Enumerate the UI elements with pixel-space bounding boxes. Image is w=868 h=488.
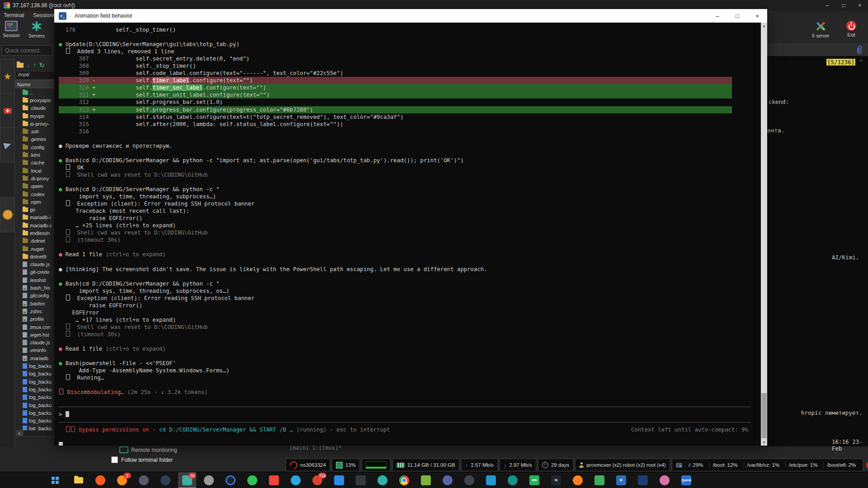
- rstudio-taskbar-button[interactable]: R: [612, 472, 630, 488]
- horizontal-scrollbar[interactable]: [23, 430, 54, 436]
- start-taskbar-button[interactable]: [48, 472, 66, 488]
- powershell-taskbar-button[interactable]: [634, 472, 652, 488]
- file-row[interactable]: .mariadb: [15, 354, 55, 362]
- notepadpp-taskbar-button[interactable]: [417, 472, 435, 488]
- menu-terminal[interactable]: Terminal: [4, 12, 24, 19]
- file-row[interactable]: .lesshst: [15, 276, 55, 284]
- scroll-left-button[interactable]: <: [16, 430, 23, 436]
- file-row[interactable]: .local: [15, 167, 55, 174]
- tab-sftp[interactable]: [0, 127, 15, 163]
- file-row[interactable]: myvpn: [15, 112, 55, 120]
- docker-taskbar-button[interactable]: [482, 472, 500, 488]
- edge-taskbar-button[interactable]: [373, 472, 392, 488]
- x-server-button[interactable]: X server: [810, 21, 831, 38]
- notion-taskbar-button[interactable]: N: [547, 472, 565, 488]
- file-row[interactable]: .git-crede: [15, 268, 55, 276]
- path-field[interactable]: /root/: [16, 71, 57, 80]
- scroll-up-icon[interactable]: ▲: [761, 23, 767, 29]
- file-row[interactable]: .tmux.con: [15, 323, 55, 331]
- file-row[interactable]: .claude: [15, 104, 55, 112]
- firefox-taskbar-button[interactable]: 2: [113, 472, 131, 488]
- paint-taskbar-button[interactable]: [656, 472, 674, 488]
- whatsapp-taskbar-button[interactable]: [243, 472, 261, 488]
- file-row[interactable]: .ssh: [15, 127, 55, 135]
- file-row[interactable]: endlessh: [15, 229, 55, 237]
- file-row[interactable]: .nuget: [15, 245, 55, 253]
- tab-favorites[interactable]: ★: [0, 59, 15, 94]
- folder-up-icon[interactable]: [17, 63, 24, 68]
- tab-remote[interactable]: [0, 197, 15, 232]
- follow-checkbox[interactable]: [111, 456, 118, 463]
- browser-dark-taskbar-button[interactable]: [135, 472, 153, 488]
- file-row[interactable]: .bash_his: [15, 284, 55, 291]
- file-row[interactable]: .viminfo: [15, 347, 55, 354]
- file-row[interactable]: .zshrc: [15, 307, 55, 315]
- quick-assist-taskbar-button[interactable]: Quick: [677, 472, 695, 488]
- file-row[interactable]: .bashrc: [15, 300, 55, 307]
- close-button[interactable]: ×: [747, 9, 767, 23]
- minimize-button[interactable]: –: [708, 9, 727, 23]
- window-titlebar[interactable]: >_ · Animation field behavior – □ ×: [54, 9, 767, 23]
- file-row[interactable]: .qwen: [15, 183, 55, 190]
- menu-sessions[interactable]: Sessions: [33, 12, 55, 19]
- remote-monitoring-button[interactable]: Remote monitoring: [119, 446, 177, 453]
- file-row[interactable]: mariadb-i: [15, 214, 55, 221]
- file-row[interactable]: .config: [15, 143, 55, 151]
- minimize-button[interactable]: –: [819, 0, 835, 11]
- file-row[interactable]: .claude.js: [15, 261, 55, 268]
- discord-taskbar-button[interactable]: [439, 472, 457, 488]
- attach-icon[interactable]: [855, 45, 863, 55]
- brave-taskbar-button[interactable]: [91, 472, 109, 488]
- follow-terminal-folder-option[interactable]: Follow terminal folder: [111, 456, 173, 463]
- quick-connect-input[interactable]: [2, 45, 52, 56]
- tab-tools[interactable]: [0, 93, 15, 128]
- file-row[interactable]: dotnet9: [15, 253, 55, 260]
- file-row[interactable]: log_backu: [15, 417, 55, 424]
- file-row[interactable]: log_backu: [15, 394, 55, 401]
- scroll-up-icon[interactable]: ^: [860, 59, 862, 64]
- file-row[interactable]: log_backu: [15, 385, 55, 393]
- file-row[interactable]: .kimi: [15, 151, 55, 159]
- file-explorer-taskbar-button[interactable]: [70, 472, 88, 488]
- file-row[interactable]: log_backu: [15, 378, 55, 385]
- file-row[interactable]: proxyapis: [15, 96, 55, 104]
- file-row[interactable]: .codex: [15, 190, 55, 198]
- hs-app-taskbar-button[interactable]: HS: [525, 472, 543, 488]
- chrome-taskbar-button[interactable]: [395, 472, 413, 488]
- maximize-button[interactable]: □: [727, 9, 747, 23]
- file-row[interactable]: ai-proxy-: [15, 120, 55, 127]
- session-button[interactable]: Session: [1, 21, 22, 38]
- file-row[interactable]: ..: [15, 89, 55, 96]
- settings-taskbar-button[interactable]: [200, 472, 218, 488]
- scroll-down-icon[interactable]: ▼: [761, 439, 767, 446]
- vscode-taskbar-button[interactable]: [330, 472, 348, 488]
- file-row[interactable]: .cache: [15, 159, 55, 167]
- maximize-button[interactable]: □: [835, 0, 852, 11]
- terminal-taskbar-button[interactable]: [352, 472, 370, 488]
- file-row[interactable]: mariadb-c: [15, 221, 55, 229]
- file-row[interactable]: go: [15, 206, 55, 213]
- close-button[interactable]: ×: [852, 0, 868, 11]
- telegram-taskbar-button[interactable]: [287, 472, 305, 488]
- vlc-taskbar-button[interactable]: [569, 472, 587, 488]
- file-row[interactable]: log_backu: [15, 362, 55, 370]
- file-row[interactable]: log_backu: [15, 401, 55, 409]
- anydesk-taskbar-button[interactable]: [265, 472, 283, 488]
- refresh-icon[interactable]: ↻: [39, 62, 45, 68]
- exit-button[interactable]: Exit: [841, 21, 862, 38]
- file-row[interactable]: .di-proxy: [15, 174, 55, 182]
- gitkraken-taskbar-button[interactable]: [504, 472, 522, 488]
- file-row[interactable]: log_backu: [15, 370, 55, 378]
- photos-taskbar-button[interactable]: [222, 472, 240, 488]
- file-row[interactable]: .gitconfig: [15, 292, 55, 300]
- file-row[interactable]: .wget-hst: [15, 331, 55, 338]
- aimp-taskbar-button[interactable]: 715: [308, 472, 326, 488]
- background-terminal[interactable]: [5/1236] ^ ckend: иента. AI/Kimi. hropic…: [767, 56, 868, 446]
- servers-button[interactable]: Servers: [26, 21, 47, 38]
- terminal-output[interactable]: 178 self._stop_timer()● Update(D:\CODING…: [54, 23, 761, 446]
- close-statsbar-button[interactable]: ×: [866, 461, 868, 469]
- file-row[interactable]: .dotnet: [15, 237, 55, 245]
- file-row[interactable]: log_backu: [15, 409, 55, 417]
- file-row[interactable]: .npm: [15, 198, 55, 206]
- file-row[interactable]: .gemini: [15, 136, 55, 143]
